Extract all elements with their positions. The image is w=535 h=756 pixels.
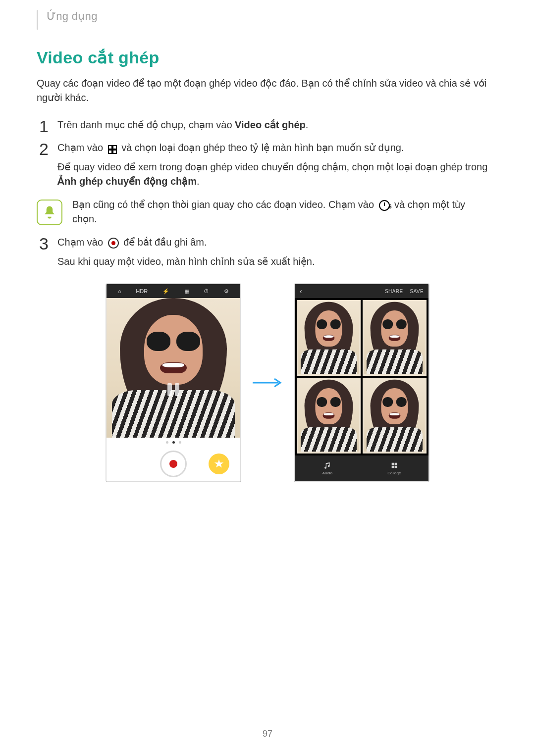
camera-top-bar: ⌂ HDR ⚡ ▦ ⏱ ⚙: [107, 284, 240, 298]
step-3: 3 Chạm vào để bắt đầu ghi âm. Sau khi qu…: [37, 235, 498, 269]
camera-bottom-bar: [107, 447, 240, 481]
back-button[interactable]: ‹: [300, 287, 302, 295]
step-2-text-a: Chạm vào: [57, 142, 106, 153]
collage-tile[interactable]: [297, 300, 361, 376]
collage-tile[interactable]: [297, 378, 361, 454]
collage-preview: [295, 298, 428, 455]
camera-viewfinder: [107, 298, 240, 438]
camera-home-icon[interactable]: ⌂: [118, 288, 121, 294]
section-divider: [37, 10, 38, 30]
share-button[interactable]: SHARE: [385, 289, 403, 294]
page-title: Video cắt ghép: [37, 48, 498, 67]
step-1-text-c: .: [306, 119, 309, 130]
pause-overlay-icon: [165, 381, 182, 398]
section-label: Ứng dụng: [47, 10, 498, 23]
phone-editor: ‹ SHARE SAVE Audio Collage: [294, 284, 429, 482]
step-2-text-b: và chọn loại đoạn ghép theo tỷ lệ màn hì…: [119, 142, 404, 153]
camera-flash-icon[interactable]: ⚡: [162, 288, 169, 295]
collage-tile[interactable]: [363, 378, 427, 454]
collage-tab[interactable]: Collage: [387, 461, 401, 475]
audio-label: Audio: [322, 471, 332, 475]
page-number: 97: [0, 729, 535, 739]
collage-label: Collage: [387, 471, 401, 475]
timer-icon: [379, 200, 390, 211]
step-1: 1 Trên danh mục chế độ chụp, chạm vào Vi…: [37, 118, 498, 135]
step-2-cont-a: Để quay video để xem trong đoạn ghép vid…: [57, 161, 487, 172]
collage-tile[interactable]: [363, 300, 427, 376]
step-3-text-a: Chạm vào: [57, 237, 106, 248]
step-1-text-a: Trên danh mục chế độ chụp, chạm vào: [57, 119, 235, 130]
camera-collage-icon[interactable]: ▦: [184, 288, 189, 295]
editor-top-bar: ‹ SHARE SAVE: [295, 284, 428, 298]
bell-icon: [37, 200, 62, 225]
camera-settings-icon[interactable]: ⚙: [224, 288, 229, 295]
mode-pager-dots: [107, 438, 240, 447]
tip-box: Bạn cũng có thể chọn thời gian quay cho …: [37, 198, 498, 226]
step-3-cont: Sau khi quay một video, màn hình chỉnh s…: [57, 254, 315, 269]
step-2: 2 Chạm vào và chọn loại đoạn ghép theo t…: [37, 141, 498, 189]
arrow-icon: [252, 378, 283, 388]
effects-button[interactable]: [209, 454, 229, 474]
collage-grid-icon: [108, 145, 117, 154]
camera-hdr-icon[interactable]: HDR: [136, 288, 148, 294]
intro-paragraph: Quay các đoạn video để tạo một đoạn ghép…: [37, 76, 497, 105]
step-3-text-b: để bắt đầu ghi âm.: [121, 237, 207, 248]
step-number: 2: [37, 141, 51, 157]
camera-timer-icon[interactable]: ⏱: [204, 288, 209, 294]
record-button[interactable]: [160, 451, 187, 477]
record-icon: [108, 238, 119, 249]
save-button[interactable]: SAVE: [410, 289, 424, 294]
figure: ⌂ HDR ⚡ ▦ ⏱ ⚙: [37, 284, 498, 482]
step-number: 1: [37, 118, 51, 135]
step-2-cont-c: .: [197, 176, 200, 187]
step-1-bold: Video cắt ghép: [235, 119, 306, 130]
editor-bottom-bar: Audio Collage: [295, 455, 428, 481]
step-2-cont-b: Ảnh ghép chuyển động chậm: [57, 176, 197, 187]
tip-text-a: Bạn cũng có thể chọn thời gian quay cho …: [72, 199, 377, 210]
step-number: 3: [37, 235, 51, 252]
audio-tab[interactable]: Audio: [322, 461, 332, 475]
phone-camera: ⌂ HDR ⚡ ▦ ⏱ ⚙: [106, 284, 241, 482]
